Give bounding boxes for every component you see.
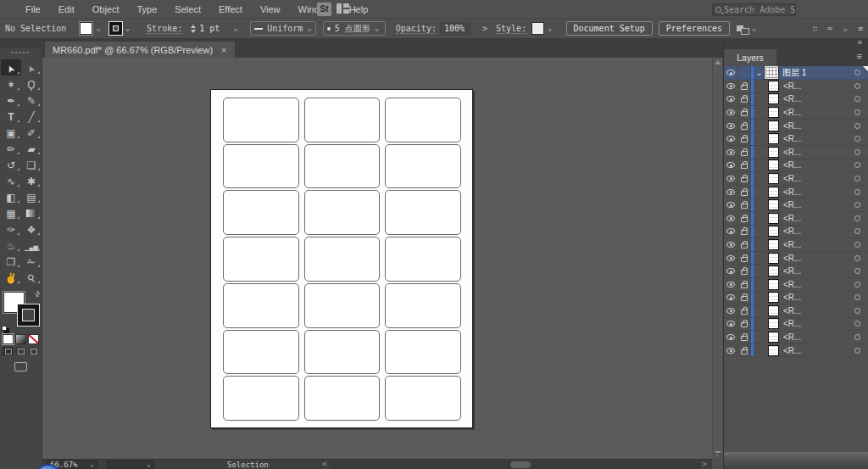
lock-icon[interactable] bbox=[741, 111, 748, 116]
lock-icon[interactable] bbox=[741, 270, 748, 275]
object-thumbnail[interactable] bbox=[768, 147, 779, 158]
menu-item[interactable]: Type bbox=[137, 4, 158, 14]
object-thumbnail[interactable] bbox=[768, 292, 779, 303]
puppet-warp-tool[interactable]: ✱ bbox=[21, 172, 42, 188]
lock-cell[interactable] bbox=[738, 265, 751, 277]
lock-cell[interactable] bbox=[738, 278, 751, 291]
panel-menu-icon[interactable]: ≡ bbox=[857, 51, 862, 61]
eye-icon[interactable] bbox=[726, 162, 735, 168]
label-cell[interactable] bbox=[385, 98, 461, 142]
lock-icon[interactable] bbox=[741, 336, 748, 341]
document-setup-button[interactable]: Document Setup bbox=[566, 21, 653, 36]
curvature-tool[interactable]: ✎ bbox=[21, 92, 42, 108]
eye-icon[interactable] bbox=[726, 215, 735, 221]
visibility-cell[interactable] bbox=[724, 186, 738, 198]
eyedropper-tool[interactable]: ✑ bbox=[1, 221, 21, 237]
object-thumbnail[interactable] bbox=[768, 173, 779, 184]
stroke-color-well[interactable] bbox=[18, 304, 39, 326]
lock-cell[interactable] bbox=[738, 93, 751, 106]
canvas-area[interactable] bbox=[42, 58, 712, 459]
scroll-left-icon[interactable]: < bbox=[322, 460, 326, 468]
visibility-cell[interactable] bbox=[724, 132, 738, 145]
rotate-tool[interactable]: ↺ bbox=[1, 156, 21, 172]
visibility-cell[interactable] bbox=[724, 344, 738, 357]
menu-item[interactable]: File bbox=[25, 4, 41, 14]
eye-icon[interactable] bbox=[726, 189, 735, 195]
lock-icon[interactable] bbox=[741, 243, 748, 248]
width-profile-dropdown[interactable]: Uniform ⌄ bbox=[250, 21, 316, 36]
slice-tool[interactable]: ✁ bbox=[21, 253, 42, 269]
visibility-cell[interactable] bbox=[724, 159, 738, 172]
target-circle-icon[interactable] bbox=[854, 162, 860, 168]
eye-icon[interactable] bbox=[726, 242, 735, 248]
shape-align-icon[interactable] bbox=[737, 24, 748, 34]
lock-cell[interactable] bbox=[738, 106, 751, 119]
layer-row[interactable]: <R... bbox=[724, 252, 868, 265]
hand-tool[interactable]: ✌ bbox=[1, 269, 21, 285]
target-circle-icon[interactable] bbox=[854, 123, 860, 129]
object-thumbnail[interactable] bbox=[768, 107, 779, 118]
eye-icon[interactable] bbox=[726, 282, 735, 288]
layer-row[interactable]: <R... bbox=[724, 292, 868, 305]
object-name[interactable]: <R... bbox=[783, 121, 854, 131]
visibility-cell[interactable] bbox=[724, 106, 738, 119]
label-cell[interactable] bbox=[223, 98, 299, 142]
label-cell[interactable] bbox=[385, 144, 461, 189]
artboard-tool[interactable]: ❐ bbox=[1, 253, 21, 269]
target-circle-icon[interactable] bbox=[854, 202, 860, 208]
target-circle-icon[interactable] bbox=[854, 268, 860, 274]
style-swatch[interactable] bbox=[531, 22, 544, 35]
layer-row[interactable]: <R... bbox=[724, 344, 868, 358]
lock-cell[interactable] bbox=[738, 318, 751, 331]
layer-row[interactable]: <R... bbox=[724, 265, 868, 278]
label-cell[interactable] bbox=[223, 376, 299, 421]
visibility-cell[interactable] bbox=[724, 304, 738, 317]
visibility-cell[interactable] bbox=[724, 66, 738, 79]
lock-cell[interactable] bbox=[738, 344, 751, 357]
default-colors-icon[interactable] bbox=[2, 326, 7, 331]
target-circle-icon[interactable] bbox=[854, 228, 860, 234]
lock-cell[interactable] bbox=[738, 159, 751, 172]
direct-selection-tool[interactable]: ➤ bbox=[21, 59, 42, 75]
layer-row[interactable]: <R... bbox=[724, 186, 868, 199]
lasso-tool[interactable]: Ϙ bbox=[21, 75, 42, 92]
lock-cell[interactable] bbox=[738, 198, 751, 211]
change-screen-mode-button[interactable] bbox=[14, 362, 27, 371]
collapse-panels-icon[interactable]: » bbox=[857, 37, 862, 47]
label-cell[interactable] bbox=[304, 144, 381, 189]
lock-cell[interactable] bbox=[738, 212, 751, 225]
layer-name[interactable]: 图层 1 bbox=[782, 67, 854, 79]
label-cell[interactable] bbox=[304, 190, 381, 235]
object-thumbnail[interactable] bbox=[768, 318, 779, 329]
visibility-cell[interactable] bbox=[724, 331, 738, 343]
blend-tool[interactable]: ❖ bbox=[21, 221, 42, 237]
object-thumbnail[interactable] bbox=[768, 120, 779, 131]
target-circle-icon[interactable] bbox=[854, 348, 860, 354]
style-label[interactable]: Style: bbox=[496, 24, 526, 34]
layer-row[interactable]: <R... bbox=[724, 132, 868, 146]
object-name[interactable]: <R... bbox=[783, 346, 854, 355]
symbol-sprayer-tool[interactable]: ♨ bbox=[1, 237, 21, 253]
panel-grip-handle[interactable]: ••••• bbox=[0, 49, 42, 56]
eye-icon[interactable] bbox=[726, 136, 735, 142]
scroll-right-icon[interactable]: > bbox=[703, 460, 707, 468]
lock-cell[interactable] bbox=[738, 304, 751, 317]
object-thumbnail[interactable] bbox=[768, 213, 779, 224]
layer-row[interactable]: <R... bbox=[724, 159, 868, 173]
selection-tool[interactable]: ➤ bbox=[1, 59, 21, 75]
chevron-down-icon[interactable]: ⌄ bbox=[754, 69, 765, 77]
stock-badge[interactable]: St bbox=[317, 3, 331, 16]
chevron-down-icon[interactable]: ⌄ bbox=[96, 25, 100, 32]
paintbrush-tool[interactable]: ✐ bbox=[21, 124, 42, 140]
label-cell[interactable] bbox=[223, 330, 299, 375]
lock-icon[interactable] bbox=[741, 283, 748, 288]
visibility-cell[interactable] bbox=[724, 292, 738, 304]
eye-icon[interactable] bbox=[726, 149, 735, 155]
label-cell[interactable] bbox=[385, 376, 461, 421]
brush-definition-dropdown[interactable]: 5 点圆形 ⌄ bbox=[323, 21, 386, 36]
lock-icon[interactable] bbox=[741, 349, 748, 355]
visibility-cell[interactable] bbox=[724, 238, 738, 251]
object-name[interactable]: <R... bbox=[783, 226, 854, 236]
eye-icon[interactable] bbox=[726, 109, 735, 115]
eye-icon[interactable] bbox=[726, 228, 735, 234]
